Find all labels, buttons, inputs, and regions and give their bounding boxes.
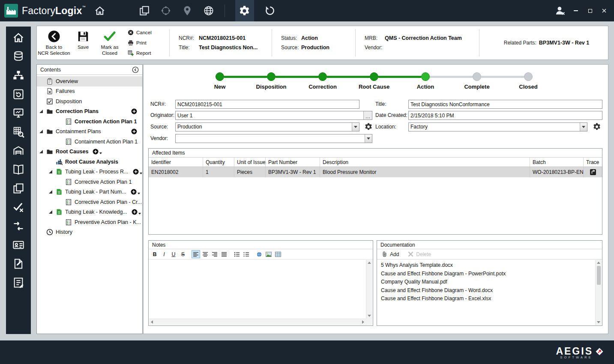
delete-attachment-button[interactable]: Delete xyxy=(407,251,431,257)
stepper-step-disposition[interactable]: Disposition xyxy=(246,72,297,90)
print-button[interactable]: Print xyxy=(128,40,160,46)
tree-expander-icon[interactable] xyxy=(39,109,46,114)
column-header-trace[interactable]: Trace xyxy=(584,158,603,167)
align-center-button[interactable] xyxy=(201,250,210,258)
tree-item-corrective-action-plan-1[interactable]: Corrective Action Plan 1 xyxy=(37,177,142,187)
stepper-step-correction[interactable]: Correction xyxy=(297,72,348,90)
stepper-step-closed[interactable]: Closed xyxy=(503,72,554,90)
scrollbar-thumb[interactable] xyxy=(597,266,601,285)
hyperlink-globe-button[interactable] xyxy=(255,250,264,258)
add-containment-plans-button[interactable] xyxy=(131,128,137,134)
add-tubing-leak-knowledg-button[interactable] xyxy=(132,209,141,215)
save-button[interactable]: Save xyxy=(71,26,95,60)
notes-editor[interactable] xyxy=(149,260,366,319)
scroll-left-icon[interactable] xyxy=(151,320,153,324)
tree-item-root-causes[interactable]: Root Causes xyxy=(37,147,142,157)
nav-home-icon[interactable] xyxy=(12,32,24,44)
transfer-arrows-icon[interactable] xyxy=(12,220,24,232)
document-copy-icon[interactable] xyxy=(12,182,24,194)
column-header-identifier[interactable]: Identifier xyxy=(149,158,203,167)
notes-horizontal-scrollbar[interactable] xyxy=(149,319,366,325)
tree-item-containment-plans[interactable]: Containment Plans xyxy=(37,127,142,137)
tree-item-disposition[interactable]: Disposition xyxy=(37,96,142,107)
add-attachment-button[interactable]: Add xyxy=(381,251,399,257)
network-icon[interactable] xyxy=(160,5,171,16)
doc-file-item[interactable]: Cause and Effect Fishbone Diagram - Word… xyxy=(377,286,602,295)
scroll-down-icon[interactable] xyxy=(368,315,371,317)
tree-item-history[interactable]: History xyxy=(37,227,142,238)
tree-item-overview[interactable]: Overview xyxy=(37,76,142,87)
doc-file-item[interactable]: 5 Whys Analysis Template.docx xyxy=(377,261,602,270)
tree-item-tubing-leak-part-num[interactable]: Tubing Leak - Part Num... xyxy=(37,187,142,197)
add-tubing-leak-part-num-button[interactable] xyxy=(131,189,140,195)
data-analytics-icon[interactable] xyxy=(12,126,24,138)
tree-item-tubing-leak-knowledg[interactable]: Tubing Leak - Knowledg... xyxy=(37,207,142,218)
home-icon[interactable] xyxy=(94,5,105,16)
scroll-up-icon[interactable] xyxy=(597,262,600,264)
align-left-button[interactable] xyxy=(192,250,200,258)
settings-gear-icon[interactable] xyxy=(235,0,254,21)
doc-file-item[interactable]: Cause and Effect Fishbone Diagram - Powe… xyxy=(377,270,602,278)
date-created-input[interactable] xyxy=(409,111,602,119)
scroll-down-icon[interactable] xyxy=(597,321,600,323)
stepper-step-root-cause[interactable]: Root Cause xyxy=(348,72,400,90)
column-header-quantity[interactable]: Quantity xyxy=(203,158,234,167)
vendor-combo[interactable] xyxy=(175,134,372,143)
revision-control-icon[interactable] xyxy=(12,88,24,100)
warehouse-icon[interactable] xyxy=(12,145,24,157)
production-monitor-icon[interactable] xyxy=(12,107,24,119)
tree-item-tubing-leak-process-r[interactable]: Tubing Leak - Process R... xyxy=(37,167,142,177)
process-workflow-icon[interactable] xyxy=(12,69,24,81)
tree-item-containment-action-plan-1[interactable]: Containment Action Plan 1 xyxy=(37,137,142,147)
report-button[interactable]: Report xyxy=(128,50,160,56)
column-header-unit-of-issue[interactable]: Unit of Issue xyxy=(234,158,266,167)
tree-expander-icon[interactable] xyxy=(39,129,46,134)
location-pin-icon[interactable] xyxy=(182,5,193,16)
tree-item-root-cause-analysis[interactable]: Root Cause Analysis xyxy=(37,157,142,167)
underline-button[interactable]: U xyxy=(169,250,178,258)
maximize-button[interactable] xyxy=(586,7,594,15)
originator-browse-button[interactable]: … xyxy=(363,111,372,119)
documentation-book-icon[interactable] xyxy=(12,164,24,176)
column-header-part-number[interactable]: Part Number xyxy=(266,158,320,167)
stepper-step-new[interactable]: New xyxy=(194,72,246,90)
user-logout-icon[interactable] xyxy=(554,5,566,16)
doc-file-item[interactable]: Company Quality Manual.pdf xyxy=(377,278,602,286)
stepper-step-complete[interactable]: Complete xyxy=(451,72,503,90)
tree-item-corrective-action-plan-cr[interactable]: Corrective Action Plan - Cr... xyxy=(37,197,142,207)
tree-expander-icon[interactable] xyxy=(39,149,46,154)
mark-as-closed-button[interactable]: Mark asClosed xyxy=(95,26,124,60)
tree-item-correction-action-plan-1[interactable]: Correction Action Plan 1 xyxy=(37,116,142,127)
minimize-button[interactable] xyxy=(572,7,580,15)
tree-item-preventive-action-plan-k[interactable]: Preventive Action Plan - K... xyxy=(37,217,142,227)
insert-image-button[interactable] xyxy=(264,250,273,258)
vendor-dropdown-button[interactable] xyxy=(365,134,372,143)
align-justify-button[interactable] xyxy=(220,250,228,258)
scroll-right-icon[interactable] xyxy=(362,320,364,324)
tree-expander-icon[interactable] xyxy=(49,209,56,215)
source-combo[interactable]: Production xyxy=(175,122,359,131)
location-dropdown-button[interactable] xyxy=(580,123,587,131)
trace-icon[interactable] xyxy=(590,169,596,176)
italic-button[interactable]: I xyxy=(160,250,168,258)
tree-expander-icon[interactable] xyxy=(49,189,56,194)
add-correction-plans-button[interactable] xyxy=(131,108,137,114)
materials-database-icon[interactable] xyxy=(12,51,24,63)
location-settings-gear-icon[interactable] xyxy=(593,123,601,131)
affected-item-row[interactable]: EN20180021PiecesBP3MV1-3W - Rev 1Blood P… xyxy=(149,167,602,177)
source-dropdown-button[interactable] xyxy=(352,123,359,131)
tree-item-correction-plans[interactable]: Correction Plans xyxy=(37,107,142,117)
stepper-step-action[interactable]: Action xyxy=(400,72,451,90)
id-card-icon[interactable] xyxy=(12,239,24,251)
back-to-ncr-selection-button[interactable]: Back toNCR Selection xyxy=(37,26,71,60)
globe-icon[interactable] xyxy=(203,5,214,16)
documents-icon[interactable] xyxy=(139,5,150,16)
add-tubing-leak-process-r-button[interactable] xyxy=(133,169,142,175)
scroll-up-icon[interactable] xyxy=(368,262,371,264)
tree-item-failures[interactable]: Failures xyxy=(37,87,142,97)
location-combo[interactable]: Factory xyxy=(408,122,587,131)
close-button[interactable] xyxy=(600,7,608,15)
column-header-description[interactable]: Description xyxy=(320,158,530,167)
strikethrough-button[interactable]: S xyxy=(179,250,187,258)
cancel-button[interactable]: Cancel xyxy=(128,30,160,36)
